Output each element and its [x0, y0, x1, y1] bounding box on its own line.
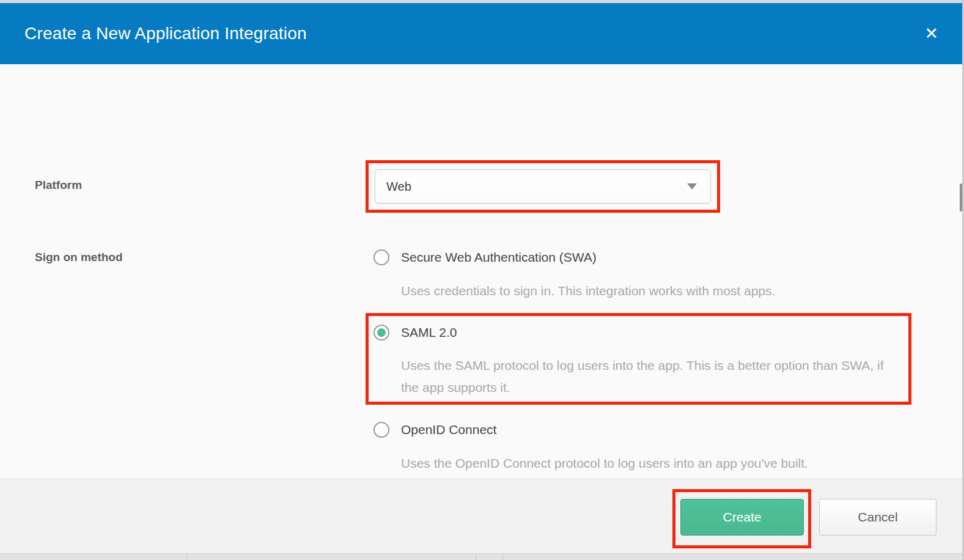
create-app-integration-modal: Create a New Application Integration ✕ P…	[0, 0, 964, 560]
background-divider	[476, 554, 476, 560]
radio-dot	[377, 426, 386, 434]
close-icon[interactable]: ✕	[924, 26, 938, 42]
platform-dropdown-value: Web	[386, 180, 411, 194]
option-title-saml[interactable]: SAML 2.0	[401, 325, 457, 340]
page-bottom-strip	[0, 553, 964, 560]
radio-openid-connect[interactable]	[373, 422, 389, 438]
option-description-openid-connect: Uses the OpenID Connect protocol to log …	[401, 452, 902, 474]
option-description-saml: Uses the SAML protocol to log users into…	[401, 355, 902, 399]
chevron-down-icon	[687, 183, 697, 190]
option-description-swa: Uses credentials to sign in. This integr…	[401, 280, 902, 302]
sign-on-method-label: Sign on method	[35, 251, 123, 264]
platform-label: Platform	[35, 179, 82, 192]
radio-swa[interactable]	[373, 249, 389, 265]
platform-dropdown[interactable]: Web	[375, 169, 711, 204]
option-title-swa[interactable]: Secure Web Authentication (SWA)	[401, 250, 597, 265]
modal-header: Create a New Application Integration ✕	[0, 3, 964, 64]
modal-title: Create a New Application Integration	[0, 24, 307, 43]
create-button[interactable]: Create	[680, 499, 804, 536]
background-divider	[186, 554, 187, 560]
radio-saml[interactable]	[373, 325, 389, 341]
background-divider	[502, 554, 503, 560]
radio-dot	[377, 253, 386, 262]
modal-body: Platform Web Sign on method Secure Web A…	[0, 64, 964, 479]
radio-dot-selected	[377, 328, 386, 337]
cancel-button[interactable]: Cancel	[819, 499, 936, 536]
option-title-openid-connect[interactable]: OpenID Connect	[401, 422, 496, 437]
